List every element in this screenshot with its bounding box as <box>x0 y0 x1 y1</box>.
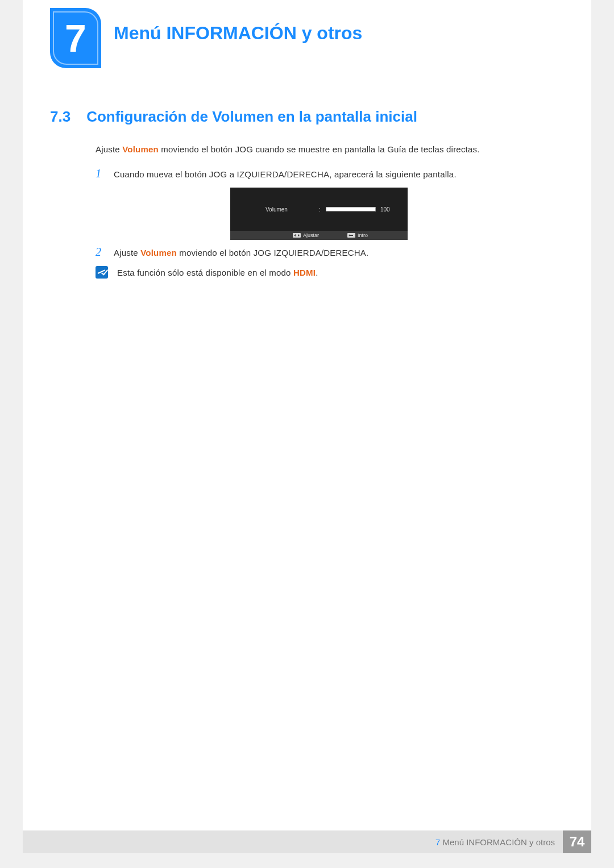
intro-text: Ajuste Volumen moviendo el botón JOG cua… <box>96 144 480 154</box>
footer-page-number: 74 <box>563 830 591 853</box>
intro-pre: Ajuste <box>96 144 122 154</box>
chapter-tab: 7 <box>50 8 101 68</box>
footer-bar: 7 Menú INFORMACIÓN y otros 74 <box>23 830 591 853</box>
osd-colon: : <box>319 206 321 213</box>
osd-adjust-label: Ajustar <box>303 232 319 238</box>
adjust-icon <box>293 233 301 238</box>
page: 7 Menú INFORMACIÓN y otros 7.3 Configura… <box>23 0 591 853</box>
osd-volume-bar <box>326 207 376 211</box>
section-title: Configuración de Volumen en la pantalla … <box>86 108 417 126</box>
step-1-number: 1 <box>96 167 103 180</box>
step-2-highlight: Volumen <box>140 248 177 258</box>
enter-icon <box>347 233 355 238</box>
footer-chapter-number: 7 <box>435 837 440 847</box>
osd-enter-label: Intro <box>358 232 368 238</box>
chapter-title: Menú INFORMACIÓN y otros <box>114 23 362 44</box>
intro-post: moviendo el botón JOG cuando se muestre … <box>159 144 480 154</box>
chapter-tab-inner: 7 <box>53 11 98 65</box>
step-1: 1 Cuando mueva el botón JOG a IZQUIERDA/… <box>96 167 457 180</box>
section-heading: 7.3 Configuración de Volumen en la panta… <box>50 108 417 126</box>
osd-bottom-bar: Ajustar Intro <box>230 231 408 240</box>
note-post: . <box>316 268 318 277</box>
step-2-pre: Ajuste <box>114 248 140 258</box>
step-2-post: moviendo el botón JOG IZQUIERDA/DERECHA. <box>177 248 368 258</box>
note-icon <box>96 266 108 279</box>
note-text: Esta función sólo está disponible en el … <box>117 268 318 277</box>
step-1-text: Cuando mueva el botón JOG a IZQUIERDA/DE… <box>114 169 457 179</box>
chapter-number: 7 <box>65 16 86 60</box>
osd-volume-label: Volumen <box>265 206 288 213</box>
note-row: Esta función sólo está disponible en el … <box>96 266 318 279</box>
footer-text: 7 Menú INFORMACIÓN y otros <box>435 837 555 847</box>
note-highlight: HDMI <box>293 268 316 277</box>
note-pre: Esta función sólo está disponible en el … <box>117 268 293 277</box>
intro-highlight: Volumen <box>122 144 159 154</box>
step-2: 2 Ajuste Volumen moviendo el botón JOG I… <box>96 246 368 259</box>
osd-volume-value: 100 <box>380 206 390 213</box>
section-number: 7.3 <box>50 108 70 126</box>
osd-panel: Volumen : 100 Ajustar Intro <box>230 188 408 240</box>
step-2-number: 2 <box>96 246 103 259</box>
step-2-text: Ajuste Volumen moviendo el botón JOG IZQ… <box>114 248 368 258</box>
footer-chapter-title: Menú INFORMACIÓN y otros <box>442 837 555 847</box>
